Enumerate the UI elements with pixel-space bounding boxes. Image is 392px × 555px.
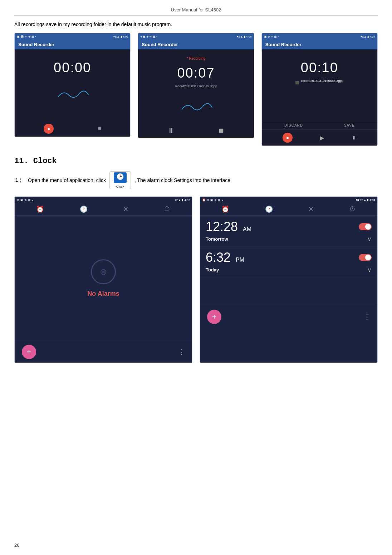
clock-status-2: ⏰ ✉ ▣ ⊕ ▦ ◂ ☎ ▾E▲ ▮ 4:34 — [200, 197, 377, 203]
save-button[interactable]: SAVE — [344, 123, 355, 127]
recording-label-2: * Recording — [187, 57, 205, 60]
page-number: 26 — [14, 542, 19, 548]
status-bar-3: ▣ ⊕ ✉ ▦ ▪ ▾E▲ ▮ 4:07 — [262, 33, 377, 40]
header-title: User Manual for SL4502 — [171, 7, 221, 13]
waveform-2 — [153, 95, 240, 113]
step-number: １） — [14, 177, 24, 183]
alarm-day-1: Tomorrow — [206, 236, 228, 242]
phone-screen-2: ◂ ▣ ⊕ ✉ ▦ ▪ ▾E▲ ▮ 4:06 Sound Recorder * … — [138, 33, 254, 138]
stop-button-2[interactable]: ⏹ — [218, 127, 225, 134]
clock-icon-label: Clock — [110, 185, 131, 188]
recorder-controls-2: ⏸ ⏹ — [138, 124, 254, 138]
phone-screen-1: ▣ ☎ ✉ ⊕ ▦ ▪ ▾E▲ ▮ 4:06 Sound Recorder 00… — [14, 33, 131, 137]
phone-screen-3: ▣ ⊕ ✉ ▦ ▪ ▾E▲ ▮ 4:07 Sound Recorder 00:1… — [261, 33, 378, 146]
clock-icon-container: Clock — [109, 171, 131, 189]
clock-time-1: 4:32 — [184, 198, 190, 202]
timer-3: 00:10 — [301, 60, 338, 75]
file-row-3: record20150319160645.3gpp — [295, 79, 343, 86]
clock-body-1: ⊗ No Alarms — [15, 216, 192, 341]
clock-bottom-bar-2: + ⋮ — [200, 306, 377, 328]
clock-phone-1: ✉ ▣ ⊕ ▦ ◂ ▾E▲ ▮ 4:32 ⏰ 🕐 ✕ ⏱ ⊗ No Alarms — [14, 196, 192, 363]
status-bar-1: ▣ ☎ ✉ ⊕ ▦ ▪ ▾E▲ ▮ 4:06 — [15, 33, 130, 40]
app-title-3: Sound Recorder — [262, 40, 377, 49]
timer-2: 00:07 — [177, 65, 215, 81]
tab-stopwatch-1[interactable]: ✕ — [123, 205, 128, 213]
alarm-day-row-2: Today ∨ — [206, 266, 372, 273]
menu-dots-1[interactable]: ⋮ — [178, 348, 185, 356]
waveform-svg-2 — [153, 95, 240, 113]
alarms-list: 12:28 AM Tomorrow ∨ 6:32 PM — [200, 216, 377, 277]
intro-text: All recordings save in my recording fold… — [14, 21, 378, 27]
no-alarms-text: No Alarms — [87, 290, 119, 298]
clock-status-1: ✉ ▣ ⊕ ▦ ◂ ▾E▲ ▮ 4:32 — [15, 197, 192, 203]
clock-body-spacer — [200, 277, 377, 306]
recorder-content-1: 00:00 — [15, 49, 130, 121]
tab-stopwatch-2[interactable]: ✕ — [308, 205, 314, 213]
clock-time-2: 4:34 — [369, 198, 375, 202]
clock-tab-bar-1: ⏰ 🕐 ✕ ⏱ — [15, 203, 192, 216]
tab-alarm-2[interactable]: ⏰ — [221, 205, 229, 213]
tab-timer-1[interactable]: ⏱ — [164, 205, 171, 213]
clock-tab-bar-2: ⏰ 🕐 ✕ ⏱ — [200, 203, 377, 216]
waveform-svg-1 — [29, 83, 116, 100]
section-heading: 11. Clock — [14, 157, 378, 166]
play-button-3[interactable]: ▶ — [320, 134, 324, 141]
add-alarm-button-2[interactable]: + — [207, 310, 221, 324]
alarm-time-2: 6:32 PM — [206, 250, 244, 265]
clock-app-icon — [113, 172, 127, 184]
step-text-after: , The alarm clock Settings into the inte… — [134, 177, 230, 183]
alarm-time-row-2: 6:32 PM — [206, 250, 372, 265]
recorder-controls-3: ● ▶ ⏸ — [262, 130, 377, 146]
discard-button[interactable]: DISCARD — [284, 123, 303, 127]
record-button-1[interactable]: ● — [44, 124, 54, 134]
tab-alarm-1[interactable]: ⏰ — [36, 205, 44, 213]
clock-screenshots: ✉ ▣ ⊕ ▦ ◂ ▾E▲ ▮ 4:32 ⏰ 🕐 ✕ ⏱ ⊗ No Alarms — [14, 196, 378, 363]
tab-clock-2[interactable]: 🕐 — [265, 205, 273, 213]
pause-button-2[interactable]: ⏸ — [167, 127, 175, 135]
file-name-2: record20150319160645.3gpp — [175, 84, 217, 88]
file-name-3: record20150319160645.3gpp — [301, 79, 343, 83]
file-icon-3 — [295, 81, 299, 84]
alarm-item-1: 12:28 AM Tomorrow ∨ — [200, 216, 377, 246]
discard-save-bar: DISCARD SAVE — [262, 121, 377, 130]
menu-dots-2[interactable]: ⋮ — [364, 313, 370, 321]
list-button-1[interactable]: ≡ — [98, 126, 101, 132]
clock-bottom-bar-1: + ⋮ — [15, 341, 192, 363]
alarm-toggle-2[interactable] — [359, 254, 372, 261]
svg-point-4 — [120, 176, 121, 177]
clock-phone-2: ⏰ ✉ ▣ ⊕ ▦ ◂ ☎ ▾E▲ ▮ 4:34 ⏰ 🕐 ✕ ⏱ — [200, 196, 378, 363]
alarm-item-2: 6:32 PM Today ∨ — [200, 246, 377, 277]
alarm-day-row-1: Tomorrow ∨ — [206, 236, 372, 242]
record-button-3[interactable]: ● — [283, 133, 293, 143]
timer-1: 00:00 — [54, 60, 91, 75]
alarm-day-2: Today — [206, 267, 219, 272]
tab-timer-2[interactable]: ⏱ — [349, 205, 356, 213]
step-text-before: Open the menu of application, click — [28, 177, 106, 183]
add-alarm-button-1[interactable]: + — [22, 345, 36, 359]
app-title-1: Sound Recorder — [15, 40, 130, 49]
app-title-2: Sound Recorder — [138, 40, 254, 49]
tab-clock-1[interactable]: 🕐 — [80, 205, 88, 213]
alarm-time-row-1: 12:28 AM — [206, 219, 372, 234]
sound-recorder-screenshots: ▣ ☎ ✉ ⊕ ▦ ▪ ▾E▲ ▮ 4:06 Sound Recorder 00… — [14, 33, 378, 146]
alarm-time-1: 12:28 AM — [206, 219, 251, 234]
chevron-down-2[interactable]: ∨ — [367, 266, 372, 273]
recorder-controls-1: ● ≡ — [15, 121, 130, 137]
page-header: User Manual for SL4502 — [14, 7, 378, 16]
recorder-content-3: 00:10 record20150319160645.3gpp — [262, 49, 377, 121]
recorder-content-2: * Recording 00:07 record20150319160645.3… — [138, 49, 254, 124]
chevron-down-1[interactable]: ∨ — [367, 236, 372, 242]
pause-button-3[interactable]: ⏸ — [352, 135, 357, 141]
alarm-toggle-1[interactable] — [359, 223, 372, 230]
status-bar-2: ◂ ▣ ⊕ ✉ ▦ ▪ ▾E▲ ▮ 4:06 — [138, 33, 254, 40]
no-alarms-icon: ⊗ — [91, 259, 116, 284]
step-1-row: １） Open the menu of application, click C… — [14, 171, 378, 189]
waveform-1 — [29, 83, 116, 100]
